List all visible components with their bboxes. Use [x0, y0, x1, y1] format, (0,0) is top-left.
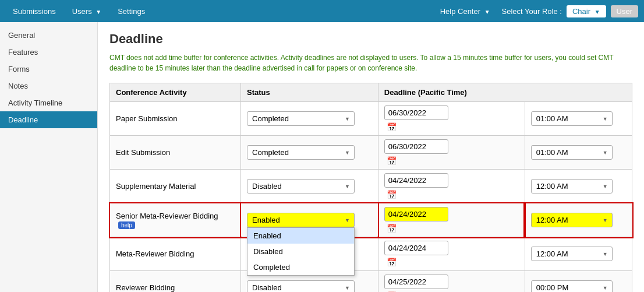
sidebar-item-features[interactable]: Features — [0, 44, 97, 61]
date-input-5[interactable] — [384, 275, 448, 289]
time-cell-3: 12:00 AM — [525, 203, 632, 237]
role-dropdown-arrow: ▼ — [595, 9, 600, 15]
col-header-deadline: Deadline (Pacific Time) — [378, 83, 632, 102]
status-dropdown-popup-3: EnabledDisabledCompleted — [247, 227, 355, 276]
calendar-icon-0[interactable]: 📅 — [387, 122, 519, 132]
date-input-3[interactable] — [384, 207, 448, 221]
nav-users[interactable]: Users ▼ — [65, 3, 108, 19]
activity-cell-2: Supplementary Material — [110, 170, 241, 203]
calendar-icon-1[interactable]: 📅 — [387, 156, 519, 166]
date-input-4[interactable] — [384, 241, 448, 255]
date-cell-3: 📅 — [378, 203, 525, 237]
date-input-0[interactable] — [384, 105, 448, 120]
time-cell-2: 12:00 AM — [525, 170, 632, 203]
time-cell-1: 01:00 AM — [525, 136, 632, 170]
activity-cell-5: Reviewer Bidding — [110, 271, 241, 293]
status-dropdown-container-0: EnabledDisabledCompleted — [247, 111, 372, 126]
col-header-activity: Conference Activity — [110, 83, 241, 102]
status-select-5[interactable]: EnabledDisabledCompleted — [247, 280, 355, 292]
status-select-1[interactable]: EnabledDisabledCompleted — [247, 145, 355, 160]
nav-left: Submissions Users ▼ Settings — [6, 3, 433, 19]
role-value-button[interactable]: Chair ▼ — [567, 5, 606, 17]
activity-cell-4: Meta-Reviewer Bidding — [110, 237, 241, 271]
page-layout: General Features Forms Notes Activity Ti… — [0, 22, 644, 292]
nav-settings[interactable]: Settings — [111, 3, 152, 19]
date-cell-0: 📅 — [378, 102, 525, 136]
status-cell-3: EnabledDisabledCompletedEnabledDisabledC… — [241, 203, 378, 237]
sidebar-item-general[interactable]: General — [0, 27, 97, 44]
table-row: Reviewer BiddingEnabledDisabledCompleted… — [110, 271, 632, 293]
status-dropdown-container-3: EnabledDisabledCompletedEnabledDisabledC… — [247, 213, 372, 227]
deadline-table: Conference Activity Status Deadline (Pac… — [109, 83, 632, 292]
dropdown-option-enabled[interactable]: Enabled — [247, 228, 354, 244]
calendar-icon-3[interactable]: 📅 — [387, 224, 519, 233]
time-select-4[interactable]: 12:00 AM — [531, 247, 613, 261]
table-row: Meta-Reviewer BiddingEnabledDisabledComp… — [110, 237, 632, 271]
table-row: Paper SubmissionEnabledDisabledCompleted… — [110, 102, 632, 136]
info-text: CMT does not add time buffer for confere… — [109, 52, 632, 73]
time-cell-0: 01:00 AM — [525, 102, 632, 136]
help-dropdown-arrow: ▼ — [484, 9, 490, 15]
status-select-0[interactable]: EnabledDisabledCompleted — [247, 111, 355, 126]
main-content: Deadline CMT does not add time buffer fo… — [98, 22, 644, 292]
sidebar-item-notes[interactable]: Notes — [0, 78, 97, 94]
role-label: Select Your Role : — [502, 7, 562, 16]
time-cell-4: 12:00 AM — [525, 237, 632, 271]
sidebar-item-activity-timeline[interactable]: Activity Timeline — [0, 94, 97, 111]
time-select-1[interactable]: 01:00 AM — [531, 145, 613, 160]
sidebar: General Features Forms Notes Activity Ti… — [0, 22, 98, 292]
top-nav: Submissions Users ▼ Settings Help Center… — [0, 0, 644, 22]
nav-help-center[interactable]: Help Center ▼ — [433, 3, 497, 19]
status-select-3[interactable]: EnabledDisabledCompleted — [247, 213, 355, 227]
sidebar-item-forms[interactable]: Forms — [0, 61, 97, 78]
status-cell-2: EnabledDisabledCompleted — [241, 170, 378, 203]
status-dropdown-container-2: EnabledDisabledCompleted — [247, 179, 372, 194]
status-cell-0: EnabledDisabledCompleted — [241, 102, 378, 136]
status-dropdown-container-1: EnabledDisabledCompleted — [247, 145, 372, 160]
date-cell-2: 📅 — [378, 170, 525, 203]
activity-cell-0: Paper Submission — [110, 102, 241, 136]
nav-right: Help Center ▼ Select Your Role : Chair ▼… — [433, 3, 638, 19]
help-badge[interactable]: help — [118, 221, 135, 229]
table-row: Edit SubmissionEnabledDisabledCompleted📅… — [110, 136, 632, 170]
status-dropdown-container-5: EnabledDisabledCompleted — [247, 280, 372, 292]
calendar-icon-4[interactable]: 📅 — [387, 258, 519, 267]
status-cell-1: EnabledDisabledCompleted — [241, 136, 378, 170]
time-select-0[interactable]: 01:00 AM — [531, 111, 613, 126]
table-row: Supplementary MaterialEnabledDisabledCom… — [110, 170, 632, 203]
dropdown-option-disabled[interactable]: Disabled — [247, 244, 354, 259]
time-select-3[interactable]: 12:00 AM — [531, 213, 613, 227]
date-cell-1: 📅 — [378, 136, 525, 170]
date-cell-4: 📅 — [378, 237, 525, 271]
users-dropdown-arrow: ▼ — [95, 9, 101, 15]
dropdown-option-completed[interactable]: Completed — [247, 259, 354, 275]
time-cell-5: 00:00 PM — [525, 271, 632, 293]
time-select-5[interactable]: 00:00 PM — [531, 280, 613, 292]
col-header-status: Status — [241, 83, 378, 102]
status-select-2[interactable]: EnabledDisabledCompleted — [247, 179, 355, 194]
date-cell-5: 📅 — [378, 271, 525, 293]
calendar-icon-2[interactable]: 📅 — [387, 190, 519, 199]
page-title: Deadline — [109, 31, 632, 47]
date-input-1[interactable] — [384, 139, 448, 154]
activity-cell-3: Senior Meta-Reviewer Biddinghelp — [110, 203, 241, 237]
user-button[interactable]: User — [611, 5, 638, 17]
table-row: Senior Meta-Reviewer BiddinghelpEnabledD… — [110, 203, 632, 237]
nav-submissions[interactable]: Submissions — [6, 3, 63, 19]
activity-cell-1: Edit Submission — [110, 136, 241, 170]
sidebar-item-deadline[interactable]: Deadline — [0, 111, 97, 128]
time-select-2[interactable]: 12:00 AM — [531, 179, 613, 194]
date-input-2[interactable] — [384, 173, 448, 188]
